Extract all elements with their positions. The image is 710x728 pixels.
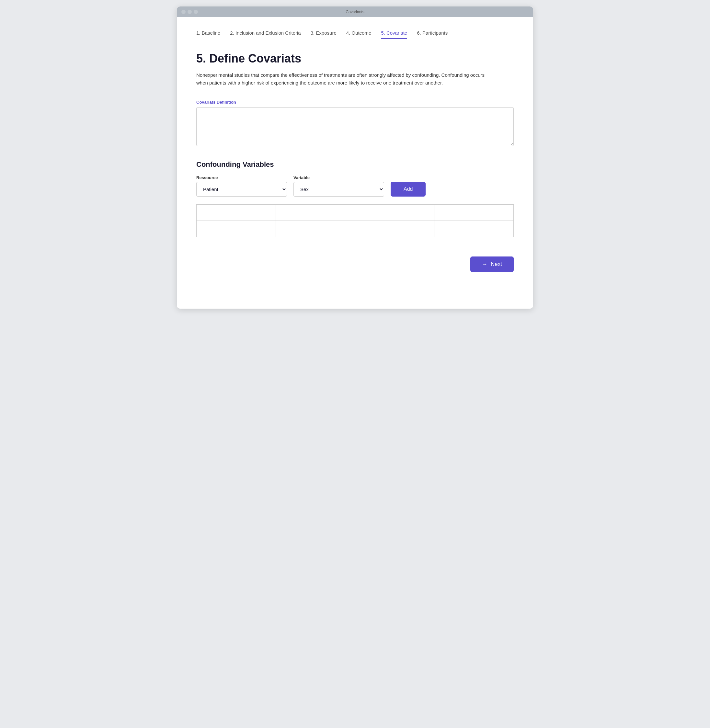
- title-bar: Covariants: [177, 6, 533, 17]
- covariats-definition-label: Covariats Definition: [196, 100, 514, 105]
- confounding-table: [196, 204, 514, 237]
- tab-inclusion[interactable]: 2. Inclusion and Exlusion Criteria: [230, 30, 301, 39]
- table-row: [197, 205, 514, 221]
- tab-navigation: 1. Baseline 2. Inclusion and Exlusion Cr…: [196, 30, 514, 39]
- traffic-light-green[interactable]: [194, 10, 198, 14]
- ressource-group: Ressource Patient Encounter Observation: [196, 175, 287, 196]
- page-description: Nonexperimental studies that compare the…: [196, 71, 488, 87]
- table-cell: [355, 221, 434, 237]
- ressource-label: Ressource: [196, 175, 287, 180]
- ressource-select[interactable]: Patient Encounter Observation: [196, 182, 287, 196]
- variable-select[interactable]: Sex Age BMI Race: [293, 182, 384, 196]
- traffic-light-yellow[interactable]: [188, 10, 192, 14]
- traffic-light-red[interactable]: [181, 10, 186, 14]
- tab-participants[interactable]: 6. Participants: [417, 30, 447, 39]
- next-button[interactable]: → Next: [470, 256, 514, 272]
- table-cell: [276, 221, 355, 237]
- tab-exposure[interactable]: 3. Exposure: [311, 30, 336, 39]
- variable-label: Variable: [293, 175, 384, 180]
- covariats-definition-section: Covariats Definition: [196, 100, 514, 147]
- variable-group: Variable Sex Age BMI Race: [293, 175, 384, 196]
- next-button-wrapper: → Next: [196, 256, 514, 272]
- table-cell: [197, 205, 276, 221]
- confounding-section-title: Confounding Variables: [196, 160, 514, 169]
- confounding-variables-row: Ressource Patient Encounter Observation …: [196, 175, 514, 196]
- table-cell: [434, 221, 514, 237]
- table-row: [197, 221, 514, 237]
- covariats-definition-textarea[interactable]: [196, 107, 514, 146]
- content-area: 1. Baseline 2. Inclusion and Exlusion Cr…: [177, 17, 533, 309]
- next-button-label: Next: [491, 261, 502, 268]
- application-window: Covariants 1. Baseline 2. Inclusion and …: [177, 6, 533, 309]
- table-cell: [434, 205, 514, 221]
- table-cell: [276, 205, 355, 221]
- add-button[interactable]: Add: [391, 182, 425, 196]
- page-title: 5. Define Covariats: [196, 52, 514, 65]
- table-cell: [355, 205, 434, 221]
- tab-outcome[interactable]: 4. Outcome: [346, 30, 371, 39]
- next-arrow-icon: →: [482, 261, 487, 268]
- tab-covariate[interactable]: 5. Covariate: [381, 30, 407, 39]
- tab-baseline[interactable]: 1. Baseline: [196, 30, 220, 39]
- window-title: Covariants: [346, 10, 364, 14]
- table-cell: [197, 221, 276, 237]
